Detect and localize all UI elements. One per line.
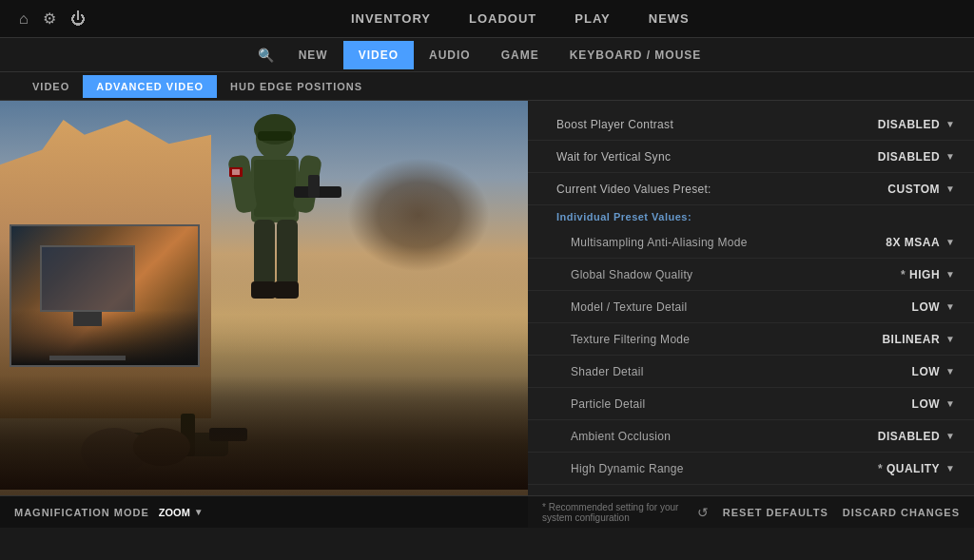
setting-label: Model / Texture Detail: [556, 300, 803, 314]
setting-value-text: DISABLED: [878, 118, 940, 131]
search-icon[interactable]: 🔍: [258, 48, 274, 63]
nav-news[interactable]: NEWS: [649, 11, 690, 26]
setting-label: Ambient Occlusion: [556, 430, 803, 443]
tab-game[interactable]: GAME: [486, 41, 555, 69]
setting-particle-detail[interactable]: Particle Detail LOW ▼: [528, 388, 974, 420]
tab-audio[interactable]: AUDIO: [414, 41, 486, 69]
setting-value-wrapper[interactable]: LOW ▼: [803, 365, 955, 378]
settings-panel: Boost Player Contrast DISABLED ▼ Wait fo…: [528, 101, 974, 528]
setting-value-wrapper[interactable]: DISABLED ▼: [803, 430, 955, 443]
setting-value-wrapper[interactable]: DISABLED ▼: [803, 150, 955, 164]
setting-value-text: LOW: [912, 365, 941, 378]
svg-rect-2: [258, 131, 292, 141]
setting-hdr[interactable]: High Dynamic Range QUALITY ▼: [528, 453, 974, 485]
svg-rect-9: [251, 281, 276, 299]
chevron-down-icon: ▼: [945, 431, 955, 441]
mag-mode-selector[interactable]: ZOOM ▼: [159, 507, 204, 518]
svg-rect-12: [308, 175, 320, 198]
setting-value-wrapper[interactable]: HIGH ▼: [803, 268, 955, 281]
chevron-down-icon: ▼: [945, 269, 955, 280]
setting-label: Shader Detail: [556, 365, 803, 378]
setting-texture-detail[interactable]: Model / Texture Detail LOW ▼: [528, 291, 974, 323]
mag-chevron-icon: ▼: [194, 507, 204, 517]
reset-icon[interactable]: ↺: [697, 505, 709, 520]
game-preview-panel: Magnification Mode ZOOM ▼: [0, 101, 528, 528]
chevron-down-icon: ▼: [945, 366, 955, 377]
svg-rect-14: [232, 169, 240, 175]
chevron-down-icon: ▼: [945, 301, 955, 312]
setting-value-text: BILINEAR: [882, 333, 940, 346]
nav-loadout[interactable]: LOADOUT: [469, 11, 536, 26]
svg-rect-10: [274, 281, 299, 299]
chevron-down-icon: ▼: [945, 237, 955, 247]
setting-value-wrapper[interactable]: LOW ▼: [803, 397, 955, 411]
tab-hud-edge[interactable]: HUD EDGE POSITIONS: [217, 75, 376, 98]
setting-value-wrapper[interactable]: 8X MSAA ▼: [803, 236, 955, 249]
chevron-down-icon: ▼: [945, 463, 955, 473]
tab-video-sub[interactable]: VIDEO: [19, 75, 83, 98]
mag-mode-value: ZOOM: [159, 507, 190, 518]
setting-value-wrapper[interactable]: QUALITY ▼: [803, 462, 955, 475]
discard-changes-button[interactable]: DISCARD CHANGES: [843, 507, 960, 518]
setting-texture-filtering[interactable]: Texture Filtering Mode BILINEAR ▼: [528, 323, 974, 356]
mini-preview-inset: [10, 224, 200, 367]
setting-boost-player-contrast[interactable]: Boost Player Contrast DISABLED ▼: [528, 108, 974, 141]
setting-label: Boost Player Contrast: [556, 118, 803, 131]
top-nav-links: INVENTORY LOADOUT PLAY NEWS: [86, 11, 955, 26]
third-nav: VIDEO ADVANCED VIDEO HUD EDGE POSITIONS: [0, 72, 974, 101]
chevron-down-icon: ▼: [945, 183, 955, 194]
svg-rect-8: [277, 220, 298, 286]
setting-label: Particle Detail: [556, 397, 803, 411]
chevron-down-icon: ▼: [945, 151, 955, 162]
svg-rect-7: [254, 220, 275, 286]
recommended-note: * Recommended setting for your system co…: [542, 502, 683, 523]
setting-label: Multisampling Anti-Aliasing Mode: [556, 236, 803, 249]
top-nav-icons: ⌂ ⚙ ⏻: [19, 10, 86, 28]
setting-label: High Dynamic Range: [556, 462, 803, 475]
setting-value-text: DISABLED: [878, 430, 940, 443]
setting-ambient-occlusion[interactable]: Ambient Occlusion DISABLED ▼: [528, 420, 974, 453]
setting-vertical-sync[interactable]: Wait for Vertical Sync DISABLED ▼: [528, 141, 974, 173]
power-icon[interactable]: ⏻: [70, 10, 86, 28]
nav-inventory[interactable]: INVENTORY: [351, 11, 431, 26]
mag-mode-label: Magnification Mode: [14, 507, 149, 518]
svg-rect-4: [254, 160, 296, 217]
tab-video[interactable]: VIDEO: [343, 41, 414, 69]
setting-value-wrapper[interactable]: DISABLED ▼: [803, 118, 955, 131]
setting-video-preset[interactable]: Current Video Values Preset: CUSTOM ▼: [528, 173, 974, 205]
setting-label: Texture Filtering Mode: [556, 333, 803, 346]
setting-label: Global Shadow Quality: [556, 268, 803, 281]
chevron-down-icon: ▼: [945, 334, 955, 344]
main-content: Magnification Mode ZOOM ▼ Boost Player C…: [0, 101, 974, 528]
setting-msaa[interactable]: Multisampling Anti-Aliasing Mode 8X MSAA…: [528, 226, 974, 259]
gear-icon[interactable]: ⚙: [43, 10, 56, 28]
chevron-down-icon: ▼: [945, 398, 955, 409]
setting-value-wrapper[interactable]: CUSTOM ▼: [803, 183, 955, 196]
settings-list: Boost Player Contrast DISABLED ▼ Wait fo…: [528, 101, 974, 528]
setting-value-text: LOW: [912, 300, 941, 314]
setting-shadow-quality[interactable]: Global Shadow Quality HIGH ▼: [528, 259, 974, 291]
setting-value-text: HIGH: [901, 268, 940, 281]
home-icon[interactable]: ⌂: [19, 10, 29, 28]
preset-values-header: Individual Preset Values:: [528, 205, 974, 226]
nav-play[interactable]: PLAY: [575, 11, 610, 26]
setting-value-wrapper[interactable]: BILINEAR ▼: [803, 333, 955, 346]
setting-value-text: QUALITY: [878, 462, 940, 475]
bottom-action-bar: * Recommended setting for your system co…: [528, 495, 974, 528]
setting-label: Wait for Vertical Sync: [556, 150, 803, 164]
soldier-figure: [199, 110, 351, 357]
magnification-bar: Magnification Mode ZOOM ▼: [0, 495, 528, 528]
tab-new[interactable]: NEW: [283, 41, 343, 69]
setting-value-text: 8X MSAA: [886, 236, 940, 249]
chevron-down-icon: ▼: [945, 119, 955, 129]
setting-value-text: CUSTOM: [887, 183, 940, 196]
game-background: [0, 101, 528, 528]
setting-value-text: DISABLED: [878, 150, 940, 164]
reset-defaults-button[interactable]: RESET DEFAULTS: [723, 507, 828, 518]
setting-shader-detail[interactable]: Shader Detail LOW ▼: [528, 356, 974, 388]
setting-value-wrapper[interactable]: LOW ▼: [803, 300, 955, 314]
tab-keyboard-mouse[interactable]: KEYBOARD / MOUSE: [555, 41, 717, 69]
top-nav: ⌂ ⚙ ⏻ INVENTORY LOADOUT PLAY NEWS: [0, 0, 974, 38]
setting-value-text: LOW: [912, 397, 941, 411]
tab-advanced-video[interactable]: ADVANCED VIDEO: [83, 75, 217, 98]
